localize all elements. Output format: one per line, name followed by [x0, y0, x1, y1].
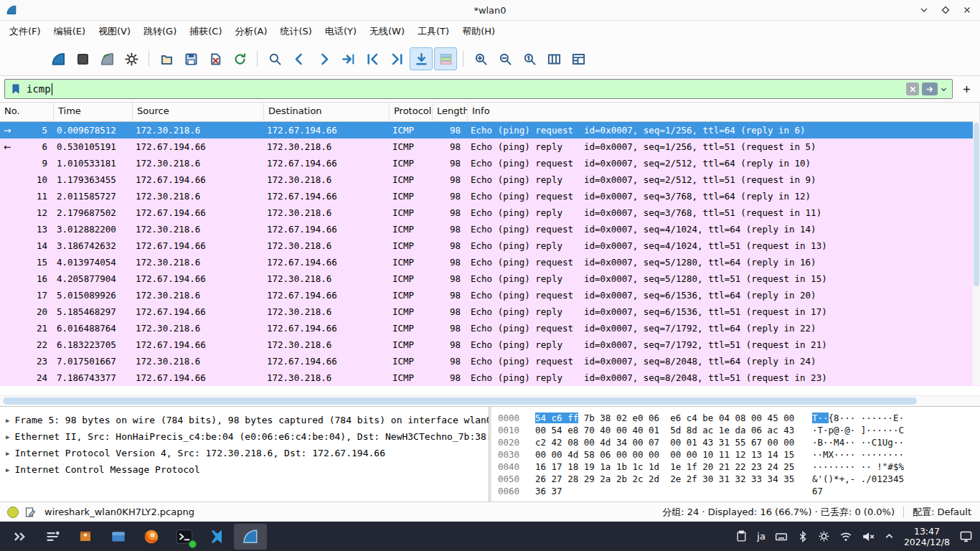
detail-tree-item[interactable]: ▶Internet Control Message Protocol	[0, 461, 489, 478]
zoom-original-button[interactable]	[518, 47, 541, 70]
menu-item[interactable]: 跳转(G)	[137, 22, 183, 41]
packet-row[interactable]: 143.186742632172.67.194.66172.30.218.6IC…	[0, 237, 980, 254]
display-filter-input[interactable]: icmp	[4, 79, 953, 99]
go-last-button[interactable]	[385, 47, 408, 70]
virtual-keyboard-icon[interactable]	[775, 530, 788, 543]
hex-row[interactable]: 006036 3767	[491, 485, 980, 497]
bluetooth-icon[interactable]	[797, 531, 809, 542]
go-first-button[interactable]	[361, 47, 384, 70]
packet-row[interactable]: 154.013974054172.30.218.6172.67.194.66IC…	[0, 254, 980, 270]
column-header-protocol[interactable]: Protocol	[390, 103, 433, 121]
night-color-icon[interactable]	[818, 530, 830, 542]
menu-item[interactable]: 工具(T)	[411, 22, 456, 41]
go-to-packet-button[interactable]	[336, 47, 359, 70]
reload-file-button[interactable]	[228, 47, 251, 70]
column-header-length[interactable]: Length	[433, 103, 468, 121]
open-file-button[interactable]	[155, 47, 178, 70]
save-file-button[interactable]	[179, 47, 202, 70]
expander-icon[interactable]: ▶	[6, 466, 9, 474]
auto-scroll-button[interactable]	[410, 47, 433, 70]
column-header-source[interactable]: Source	[133, 103, 264, 121]
find-packet-button[interactable]	[263, 47, 286, 70]
vscode-button[interactable]	[201, 524, 234, 550]
detail-tree-item[interactable]: ▶Ethernet II, Src: HonHaiPrecis_c4:be:04…	[0, 428, 489, 445]
column-header-no[interactable]: No.	[0, 103, 54, 121]
packet-row[interactable]: 216.016488764172.30.218.6172.67.194.66IC…	[0, 320, 980, 336]
resize-columns-button[interactable]	[542, 47, 565, 70]
capture-options-button[interactable]	[120, 47, 143, 70]
vertical-scrollbar[interactable]	[973, 121, 980, 385]
menu-item[interactable]: 无线(W)	[363, 22, 411, 41]
packet-row[interactable]: 164.205877904172.67.194.66172.30.218.6IC…	[0, 270, 980, 287]
wireshark-taskbar-button[interactable]	[234, 524, 267, 550]
show-desktop-button[interactable]	[959, 529, 973, 543]
input-method-indicator[interactable]: ja	[757, 531, 765, 542]
packet-row[interactable]: 133.012882200172.30.218.6172.67.194.66IC…	[0, 221, 980, 237]
menu-item[interactable]: 编辑(E)	[47, 22, 92, 41]
vertical-scrollbar-thumb[interactable]	[974, 123, 979, 286]
detail-tree-item[interactable]: ▶Frame 5: 98 bytes on wire (784 bits), 9…	[0, 412, 489, 428]
menu-item[interactable]: 统计(S)	[274, 22, 319, 41]
packet-row[interactable]: 122.179687502172.67.194.66172.30.218.6IC…	[0, 204, 980, 221]
packet-row[interactable]: 205.185468297172.67.194.66172.30.218.6IC…	[0, 303, 980, 320]
volume-muted-icon[interactable]	[862, 530, 875, 543]
expander-icon[interactable]: ▶	[6, 450, 9, 457]
column-header-destination[interactable]: Destination	[264, 103, 390, 121]
packet-row[interactable]: →50.009678512172.30.218.6172.67.194.66IC…	[0, 122, 980, 138]
hex-row[interactable]: 0020c2 42 08 00 4d 34 00 07 00 01 43 31 …	[491, 436, 980, 448]
menu-item[interactable]: 捕获(C)	[183, 22, 228, 41]
packet-row[interactable]: 101.179363455172.67.194.66172.30.218.6IC…	[0, 171, 980, 188]
horizontal-scrollbar-thumb[interactable]	[3, 397, 917, 405]
zoom-in-button[interactable]	[469, 47, 492, 70]
file-manager-button[interactable]	[102, 524, 135, 550]
tray-expand-icon[interactable]	[884, 531, 895, 542]
expert-info-icon[interactable]	[7, 507, 19, 518]
packet-row[interactable]: 247.186743377172.67.194.66172.30.218.6IC…	[0, 369, 980, 386]
filter-add-button[interactable]	[957, 80, 976, 98]
detail-tree-item[interactable]: ▶Internet Protocol Version 4, Src: 172.3…	[0, 445, 489, 461]
menu-item[interactable]: 帮助(H)	[456, 22, 501, 41]
packet-row[interactable]: ←60.530105191172.67.194.66172.30.218.6IC…	[0, 138, 980, 155]
filter-bookmark-icon[interactable]	[8, 81, 24, 97]
profile-selector[interactable]: 配置: Default	[913, 506, 971, 519]
close-file-button[interactable]	[204, 47, 227, 70]
stop-capture-button[interactable]	[71, 47, 94, 70]
packet-row[interactable]: 112.011585727172.30.218.6172.67.194.66IC…	[0, 188, 980, 204]
menu-item[interactable]: 文件(F)	[3, 22, 47, 41]
go-forward-button[interactable]	[312, 47, 335, 70]
filter-apply-button[interactable]	[922, 83, 938, 95]
horizontal-scrollbar[interactable]	[0, 395, 980, 406]
clock[interactable]: 13:47 2024/12/8	[904, 526, 950, 547]
go-back-button[interactable]	[288, 47, 311, 70]
hex-row[interactable]: 000054 c6 ff 7b 38 02 e0 06 e6 c4 be 04 …	[491, 412, 980, 424]
menu-item[interactable]: 分析(A)	[228, 22, 273, 41]
packet-row[interactable]: 226.183223705172.67.194.66172.30.218.6IC…	[0, 336, 980, 353]
task-list-button[interactable]	[36, 524, 69, 550]
colorize-packets-button[interactable]	[434, 47, 457, 70]
packet-row[interactable]: 237.017501667172.30.218.6172.67.194.66IC…	[0, 353, 980, 369]
start-capture-button[interactable]	[47, 47, 70, 70]
packet-row[interactable]: 175.015089926172.30.218.6172.67.194.66IC…	[0, 287, 980, 303]
wifi-icon[interactable]	[839, 530, 852, 543]
packet-row[interactable]: 91.010533181172.30.218.6172.67.194.66ICM…	[0, 155, 980, 171]
filter-clear-button[interactable]	[906, 83, 919, 95]
hex-row[interactable]: 004016 17 18 19 1a 1b 1c 1d 1e 1f 20 21 …	[491, 461, 980, 473]
filter-dropdown-icon[interactable]	[938, 83, 949, 95]
menu-item[interactable]: 电话(Y)	[319, 22, 363, 41]
reset-layout-button[interactable]	[567, 47, 590, 70]
terminal-button[interactable]	[168, 524, 201, 550]
firefox-button[interactable]	[135, 524, 168, 550]
expander-icon[interactable]: ▶	[6, 433, 9, 441]
expander-icon[interactable]: ▶	[6, 417, 9, 424]
zoom-out-button[interactable]	[494, 47, 517, 70]
hex-row[interactable]: 001000 54 e8 70 40 00 40 01 5d 8d ac 1e …	[491, 424, 980, 436]
app-menu-button[interactable]	[3, 524, 36, 550]
restart-capture-button[interactable]	[95, 47, 118, 70]
clipboard-tray-icon[interactable]	[735, 530, 748, 542]
menu-item[interactable]: 视图(V)	[92, 22, 137, 41]
hex-row[interactable]: 005026 27 28 29 2a 2b 2c 2d 2e 2f 30 31 …	[491, 473, 980, 485]
column-header-time[interactable]: Time	[54, 103, 133, 121]
capture-comment-icon[interactable]	[24, 507, 36, 518]
package-manager-button[interactable]	[69, 524, 102, 550]
column-header-info[interactable]: Info	[468, 103, 980, 121]
